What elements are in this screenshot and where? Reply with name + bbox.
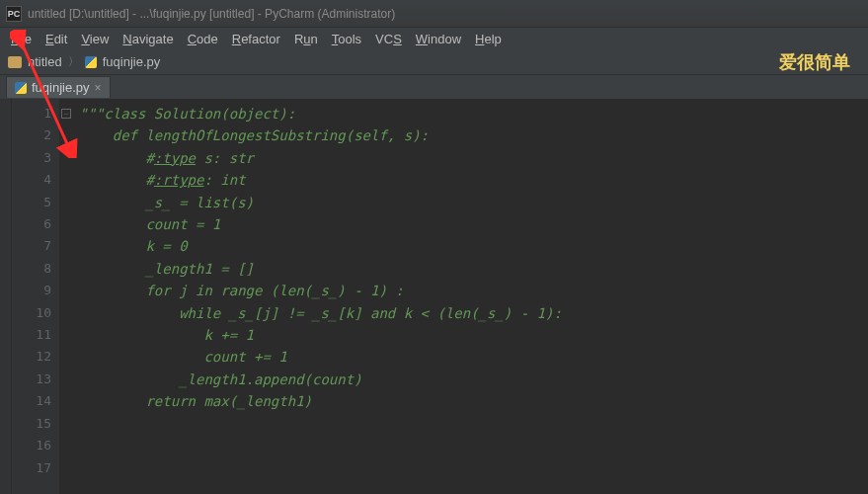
line-number[interactable]: 17 bbox=[16, 457, 51, 479]
code-line[interactable]: #:rtype: int bbox=[79, 169, 868, 191]
line-number[interactable]: 12 bbox=[16, 346, 51, 368]
code-line[interactable]: return max(_length1) bbox=[79, 390, 868, 412]
line-number[interactable]: 7 bbox=[16, 235, 51, 257]
line-number[interactable]: 2 bbox=[16, 124, 51, 146]
line-number[interactable]: 15 bbox=[16, 413, 51, 435]
line-number[interactable]: 16 bbox=[16, 435, 51, 456]
code-line[interactable]: #:type s: str bbox=[79, 147, 868, 169]
line-number[interactable]: 9 bbox=[16, 280, 51, 301]
menu-tools[interactable]: Tools bbox=[325, 30, 368, 48]
menu-code[interactable]: Code bbox=[181, 30, 225, 48]
fold-collapse-icon[interactable]: – bbox=[61, 109, 71, 119]
file-tab[interactable]: fuqinjie.py × bbox=[6, 76, 111, 98]
menu-file[interactable]: File bbox=[4, 30, 39, 48]
line-number[interactable]: 1 bbox=[16, 103, 51, 124]
code-line[interactable]: while _s_[j] != _s_[k] and k < (len(_s_)… bbox=[79, 302, 868, 324]
menu-view[interactable]: View bbox=[74, 30, 116, 48]
code-line[interactable]: def lengthOfLongestSubstring(self, s): bbox=[79, 124, 868, 146]
line-number[interactable]: 5 bbox=[16, 192, 51, 213]
code-line[interactable]: for j in range (len(_s_) - 1) : bbox=[79, 280, 868, 301]
line-number[interactable]: 3 bbox=[16, 147, 51, 169]
breadcrumb-file[interactable]: fuqinjie.py bbox=[103, 54, 161, 69]
code-line[interactable]: _s_ = list(s) bbox=[79, 192, 868, 213]
title-bar: PC untitled [D:\untitled] - ...\fuqinjie… bbox=[0, 0, 868, 28]
pycharm-app-icon: PC bbox=[6, 6, 22, 22]
tab-label: fuqinjie.py bbox=[32, 80, 90, 95]
code-line[interactable]: k = 0 bbox=[79, 235, 868, 257]
menu-help[interactable]: Help bbox=[468, 30, 509, 48]
line-number[interactable]: 8 bbox=[16, 258, 51, 280]
python-file-icon bbox=[15, 82, 27, 94]
line-number-gutter[interactable]: 1234567891011121314151617 bbox=[12, 99, 59, 494]
editor-area: 1234567891011121314151617 – """class Sol… bbox=[0, 99, 868, 494]
line-number[interactable]: 6 bbox=[16, 213, 51, 235]
folder-icon bbox=[8, 56, 22, 68]
window-title: untitled [D:\untitled] - ...\fuqinjie.py… bbox=[28, 7, 395, 21]
line-number[interactable]: 10 bbox=[16, 302, 51, 324]
menu-navigate[interactable]: Navigate bbox=[116, 30, 180, 48]
code-line[interactable]: k += 1 bbox=[79, 324, 868, 346]
menu-refactor[interactable]: Refactor bbox=[225, 30, 287, 48]
close-icon[interactable]: × bbox=[95, 81, 102, 95]
code-editor[interactable]: """class Solution(object): def lengthOfL… bbox=[73, 99, 868, 494]
editor-tabs: fuqinjie.py × bbox=[0, 75, 868, 99]
fold-gutter[interactable]: – bbox=[59, 99, 73, 494]
breakpoint-gutter[interactable] bbox=[0, 99, 12, 494]
menu-bar: File Edit View Navigate Code Refactor Ru… bbox=[0, 28, 868, 49]
breadcrumb-separator: 〉 bbox=[68, 54, 79, 69]
code-line[interactable]: """class Solution(object): bbox=[79, 103, 868, 124]
line-number[interactable]: 11 bbox=[16, 324, 51, 346]
menu-edit[interactable]: Edit bbox=[39, 30, 74, 48]
watermark-text: 爱很简单 bbox=[779, 50, 850, 74]
code-line[interactable]: count = 1 bbox=[79, 213, 868, 235]
line-number[interactable]: 14 bbox=[16, 390, 51, 412]
breadcrumb-bar: ntitled 〉 fuqinjie.py 爱很简单 bbox=[0, 49, 868, 75]
code-line[interactable]: _length1.append(count) bbox=[79, 369, 868, 390]
code-line[interactable]: _length1 = [] bbox=[79, 258, 868, 280]
menu-vcs[interactable]: VCS bbox=[368, 30, 409, 48]
line-number[interactable]: 4 bbox=[16, 169, 51, 191]
code-line[interactable]: count += 1 bbox=[79, 346, 868, 368]
python-file-icon bbox=[85, 56, 97, 68]
menu-window[interactable]: Window bbox=[409, 30, 468, 48]
breadcrumb-project[interactable]: ntitled bbox=[28, 54, 62, 69]
menu-run[interactable]: Run bbox=[287, 30, 325, 48]
line-number[interactable]: 13 bbox=[16, 369, 51, 390]
